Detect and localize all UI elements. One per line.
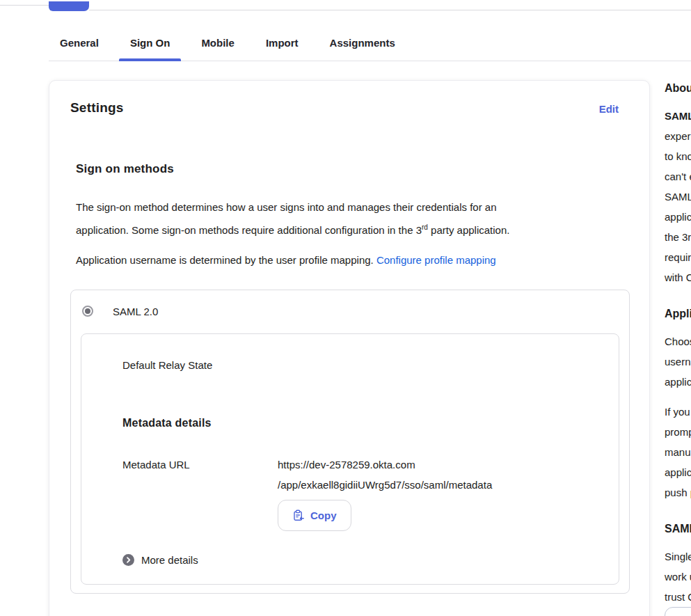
application-username-paragraph-2: If you select None you will be prompted … bbox=[665, 402, 691, 503]
saml-setup-heading: SAML Setup bbox=[665, 522, 691, 536]
saml-details-panel: Default Relay State Metadata details Met… bbox=[81, 333, 619, 585]
metadata-url-label: Metadata URL bbox=[122, 455, 278, 495]
top-divider-right bbox=[89, 10, 691, 10]
ordinal-superscript: rd bbox=[422, 223, 428, 231]
tab-sign-on-label: Sign On bbox=[130, 37, 170, 49]
username-mapping-line: Application username is determined by th… bbox=[76, 250, 628, 270]
configure-profile-mapping-link[interactable]: Configure profile mapping bbox=[376, 254, 496, 266]
more-details-toggle[interactable]: More details bbox=[122, 554, 598, 566]
metadata-url-row: Metadata URL https://dev-2578259.okta.co… bbox=[122, 455, 598, 495]
edit-settings-link[interactable]: Edit bbox=[599, 103, 619, 115]
help-sidebar: About SAML 2.0 streamlines the end user … bbox=[665, 81, 691, 616]
more-details-label: More details bbox=[141, 554, 198, 566]
sign-on-description-tail: party application. bbox=[428, 224, 510, 236]
settings-card: Settings Edit Sign on methods The sign-o… bbox=[49, 80, 650, 616]
metadata-url-value: https://dev-2578259.okta.com /app/exkael… bbox=[278, 455, 492, 495]
saml-setup-paragraph: Single Sign On using SAML will not work … bbox=[665, 546, 691, 607]
app-tab-bar: General Sign On Mobile Import Assignment… bbox=[49, 28, 691, 61]
active-nav-tab-remnant[interactable] bbox=[49, 1, 89, 11]
copy-button-label: Copy bbox=[310, 510, 337, 521]
about-bold-lead: SAML 2.0 bbox=[665, 110, 691, 122]
tab-sign-on[interactable]: Sign On bbox=[119, 28, 182, 61]
default-relay-state-label: Default Relay State bbox=[122, 358, 598, 372]
metadata-details-heading: Metadata details bbox=[122, 416, 598, 431]
sign-on-description: The sign-on method determines how a user… bbox=[76, 197, 628, 240]
settings-title: Settings bbox=[70, 99, 124, 117]
tab-assignments[interactable]: Assignments bbox=[319, 28, 406, 61]
top-divider-left bbox=[0, 5, 49, 6]
tab-mobile[interactable]: Mobile bbox=[190, 28, 246, 61]
saml-radio-selected-icon[interactable] bbox=[82, 306, 93, 317]
copy-metadata-url-button[interactable]: Copy bbox=[278, 500, 351, 531]
username-mapping-text: Application username is determined by th… bbox=[76, 254, 376, 266]
about-heading: About bbox=[665, 81, 691, 95]
active-tab-indicator bbox=[119, 58, 182, 61]
saml-radio-row[interactable]: SAML 2.0 bbox=[71, 290, 629, 332]
saml-setup-instructions-button[interactable] bbox=[665, 607, 691, 616]
settings-card-header: Settings Edit bbox=[49, 81, 649, 117]
sign-on-methods-heading: Sign on methods bbox=[76, 161, 628, 177]
tab-general[interactable]: General bbox=[49, 28, 110, 61]
application-username-heading: Application Username bbox=[665, 307, 691, 321]
application-username-paragraph-1: Choose a format to use as the default us… bbox=[665, 331, 691, 392]
sign-on-method-group: SAML 2.0 Default Relay State Metadata de… bbox=[70, 290, 630, 594]
about-body: streamlines the end user experience by n… bbox=[665, 110, 691, 283]
chevron-right-circle-icon bbox=[122, 554, 134, 566]
copy-clipboard-icon bbox=[292, 510, 304, 521]
radio-dot bbox=[85, 308, 90, 314]
saml-radio-label: SAML 2.0 bbox=[113, 306, 158, 317]
tab-import[interactable]: Import bbox=[255, 28, 310, 61]
about-paragraph: SAML 2.0 streamlines the end user experi… bbox=[665, 106, 691, 287]
